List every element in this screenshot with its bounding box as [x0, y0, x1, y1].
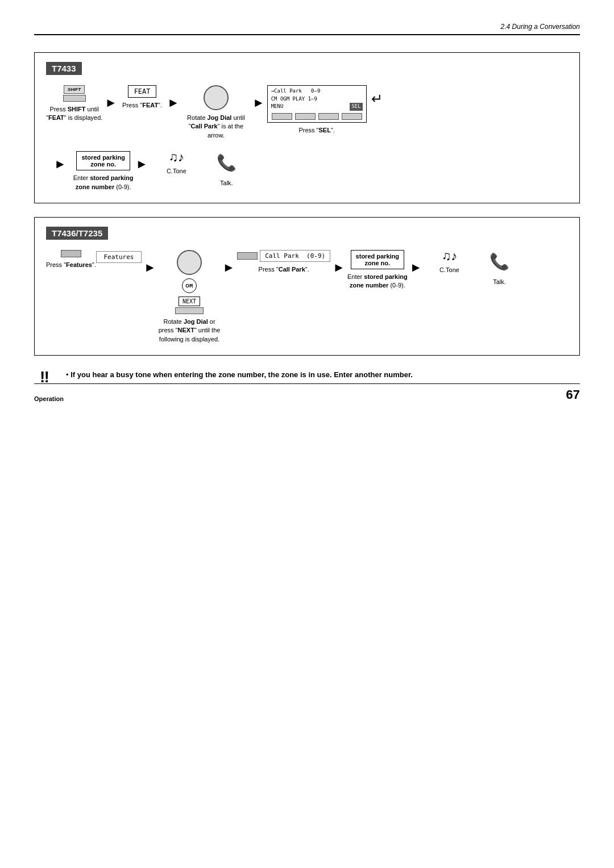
t7436-step-jog: OR NEXT Rotate Jog Dial orpress "NEXT" u…	[159, 250, 221, 344]
screen-line-1: →Call Park 0–9	[271, 87, 363, 95]
line-button	[61, 250, 81, 257]
t7436-talk: 📞 Talk.	[476, 250, 522, 286]
svg-text:📞: 📞	[217, 153, 237, 172]
stored-parking-box-2: stored parkingzone no.	[351, 250, 404, 269]
t7433-talk-label: Talk.	[220, 179, 233, 187]
t7433-feat-label: Press "FEAT".	[122, 101, 162, 110]
jog-dial-1	[204, 85, 229, 110]
jog-dial-2	[177, 250, 202, 275]
t7436-steps-row: Press "Features". Features ► OR NEXT	[46, 250, 568, 344]
t7436-stored-parking: stored parkingzone no. Enter stored park…	[347, 250, 408, 290]
t7436-line-label: Press "Features".	[46, 261, 96, 269]
note-text: • If you hear a busy tone when entering …	[66, 369, 413, 381]
next-key: NEXT	[179, 297, 200, 306]
footer-operation-label: Operation	[34, 395, 64, 402]
t7436-arrow-2: ►	[220, 260, 237, 275]
t7436-callpark-label: Press "Call Park".	[259, 265, 309, 274]
ctone-notes-2: ♫♪	[442, 250, 458, 262]
t7433-parking-label: Enter stored parkingzone number (0-9).	[73, 174, 134, 191]
t7436-arrow-3: ►	[330, 260, 347, 275]
t7436-step-line: Press "Features".	[46, 250, 96, 269]
page-footer: Operation 67	[34, 383, 580, 402]
t7433-stored-parking: stored parkingzone no. Enter stored park…	[73, 151, 134, 191]
line-button-2	[237, 252, 258, 260]
t7433-ctone: ♫♪ C.Tone	[154, 151, 199, 176]
footer-page-number: 67	[566, 387, 580, 402]
ctone-notes: ♫♪	[169, 151, 185, 164]
screen-line-2: CM OGM PLAY 1–9	[271, 95, 363, 103]
t7433-title: T7433	[46, 62, 82, 75]
t7436-box: T7436/T7235 Press "Features". Features ►…	[34, 217, 580, 356]
t7433-jog-label: Rotate Jog Dial until"Call Park" is at t…	[182, 114, 250, 140]
or-badge: OR	[182, 278, 197, 293]
shift-key-label: SHIFT	[64, 85, 85, 94]
t7433-step-shift: SHIFT Press SHIFT until"FEAT" is display…	[46, 85, 102, 123]
t7433-step-feat: FEAT Press "FEAT".	[119, 85, 165, 110]
t7436-parking-label: Enter stored parkingzone number (0-9).	[347, 273, 408, 290]
header-section: 2.4 During a Conversation	[501, 23, 580, 31]
t7433-step-screen: →Call Park 0–9 CM OGM PLAY 1–9 MENUSEL P…	[267, 85, 367, 135]
shift-key-rect	[63, 95, 86, 102]
arrow-2: ►	[165, 95, 182, 110]
t7433-steps-row: SHIFT Press SHIFT until"FEAT" is display…	[46, 85, 568, 140]
arrow-1: ►	[102, 95, 119, 110]
screen-buttons	[271, 112, 363, 120]
return-arrow: ↵	[371, 91, 383, 107]
note-section: ‼ • If you hear a busy tone when enterin…	[34, 369, 580, 385]
talk-icon-2: 📞	[488, 250, 510, 274]
next-key-bar	[175, 307, 204, 314]
t7436-arrow-1: ►	[142, 260, 159, 275]
talk-icon: 📞	[215, 151, 237, 176]
page-header: 2.4 During a Conversation	[34, 23, 580, 35]
t7436-title: T7436/T7235	[46, 227, 108, 240]
t7436-ctone: ♫♪ C.Tone	[426, 250, 472, 274]
call-park-display: Call Park (0-9)	[260, 250, 330, 262]
note-icon: ‼	[40, 369, 57, 385]
feat-key: FEAT	[128, 85, 156, 98]
t7433-shift-label: Press SHIFT until"FEAT" is displayed.	[46, 105, 102, 123]
features-display: Features	[96, 251, 142, 263]
t7433-ctone-label: C.Tone	[167, 167, 186, 176]
t7433-box: T7433 SHIFT Press SHIFT until"FEAT" is d…	[34, 52, 580, 203]
t7436-arrow-4: ►	[408, 260, 425, 275]
t7436-step-callpark: Call Park (0-9) Press "Call Park".	[237, 250, 330, 274]
t7436-ctone-label: C.Tone	[439, 266, 459, 274]
t7433-screen-label: Press "SEL".	[298, 126, 334, 135]
t7436-talk-label: Talk.	[493, 278, 506, 286]
stored-parking-box: stored parkingzone no.	[76, 151, 130, 170]
t7436-jog-label: Rotate Jog Dial orpress "NEXT" until the…	[159, 318, 221, 344]
t7436-step-features: Features	[96, 251, 142, 263]
t7433-step-jog: Rotate Jog Dial until"Call Park" is at t…	[182, 85, 250, 140]
t7433-talk: 📞 Talk.	[204, 151, 249, 187]
arrow-3: ►	[250, 95, 267, 110]
t7433-screen: →Call Park 0–9 CM OGM PLAY 1–9 MENUSEL	[267, 85, 367, 123]
page-container: 2.4 During a Conversation T7433 SHIFT Pr…	[0, 0, 614, 419]
arrow-row2-2: ►	[134, 157, 151, 172]
arrow-row2-start: ►	[52, 157, 69, 172]
t7433-row2: ► stored parkingzone no. Enter stored pa…	[52, 151, 568, 191]
screen-line-3: MENUSEL	[271, 103, 363, 111]
svg-text:📞: 📞	[489, 252, 509, 271]
